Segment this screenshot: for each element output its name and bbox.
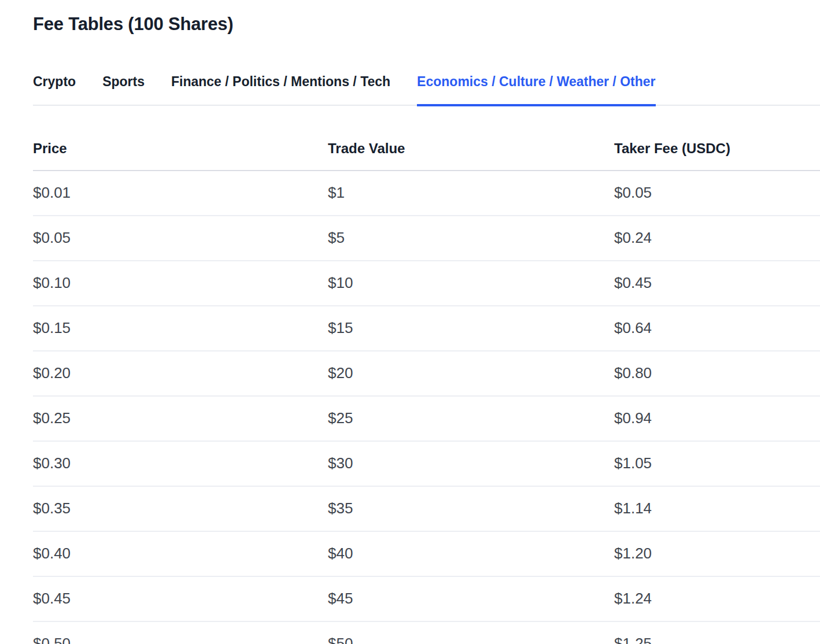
cell-taker-fee: $1.14 (614, 486, 820, 531)
cell-taker-fee: $0.05 (614, 171, 820, 216)
category-tabs: CryptoSportsFinance / Politics / Mention… (33, 74, 820, 106)
cell-price: $0.25 (33, 396, 328, 441)
cell-price: $0.45 (33, 576, 328, 621)
cell-trade-value: $50 (328, 621, 614, 644)
tab-economics-culture-weather-other[interactable]: Economics / Culture / Weather / Other (417, 74, 655, 106)
tab-finance-politics-mentions-tech[interactable]: Finance / Politics / Mentions / Tech (171, 74, 390, 106)
table-row: $0.10$10$0.45 (33, 261, 820, 306)
cell-price: $0.10 (33, 261, 328, 306)
fee-table: PriceTrade ValueTaker Fee (USDC) $0.01$1… (33, 106, 820, 644)
fee-tables-page: Fee Tables (100 Shares) CryptoSportsFina… (0, 14, 820, 644)
column-header-price: Price (33, 106, 328, 171)
cell-trade-value: $30 (328, 441, 614, 486)
cell-taker-fee: $1.24 (614, 576, 820, 621)
cell-price: $0.01 (33, 171, 328, 216)
cell-taker-fee: $0.24 (614, 216, 820, 261)
cell-trade-value: $5 (328, 216, 614, 261)
cell-taker-fee: $0.80 (614, 351, 820, 396)
cell-trade-value: $1 (328, 171, 614, 216)
page-title: Fee Tables (100 Shares) (33, 14, 820, 35)
table-row: $0.25$25$0.94 (33, 396, 820, 441)
tab-sports[interactable]: Sports (102, 74, 145, 106)
table-row: $0.30$30$1.05 (33, 441, 820, 486)
cell-taker-fee: $0.45 (614, 261, 820, 306)
cell-price: $0.40 (33, 531, 328, 576)
cell-trade-value: $15 (328, 306, 614, 351)
cell-taker-fee: $0.94 (614, 396, 820, 441)
cell-taker-fee: $1.20 (614, 531, 820, 576)
cell-trade-value: $20 (328, 351, 614, 396)
cell-price: $0.35 (33, 486, 328, 531)
table-row: $0.15$15$0.64 (33, 306, 820, 351)
table-row: $0.35$35$1.14 (33, 486, 820, 531)
cell-taker-fee: $1.25 (614, 621, 820, 644)
tab-crypto[interactable]: Crypto (33, 74, 76, 106)
cell-trade-value: $10 (328, 261, 614, 306)
cell-price: $0.20 (33, 351, 328, 396)
table-row: $0.50$50$1.25 (33, 621, 820, 644)
column-header-trade-value: Trade Value (328, 106, 614, 171)
cell-price: $0.50 (33, 621, 328, 644)
cell-price: $0.30 (33, 441, 328, 486)
cell-price: $0.15 (33, 306, 328, 351)
cell-trade-value: $25 (328, 396, 614, 441)
cell-taker-fee: $0.64 (614, 306, 820, 351)
column-header-taker-fee-usdc: Taker Fee (USDC) (614, 106, 820, 171)
table-row: $0.20$20$0.80 (33, 351, 820, 396)
table-row: $0.45$45$1.24 (33, 576, 820, 621)
cell-price: $0.05 (33, 216, 328, 261)
cell-trade-value: $35 (328, 486, 614, 531)
cell-taker-fee: $1.05 (614, 441, 820, 486)
table-row: $0.40$40$1.20 (33, 531, 820, 576)
cell-trade-value: $45 (328, 576, 614, 621)
table-row: $0.01$1$0.05 (33, 171, 820, 216)
fee-table-header-row: PriceTrade ValueTaker Fee (USDC) (33, 106, 820, 171)
table-row: $0.05$5$0.24 (33, 216, 820, 261)
cell-trade-value: $40 (328, 531, 614, 576)
